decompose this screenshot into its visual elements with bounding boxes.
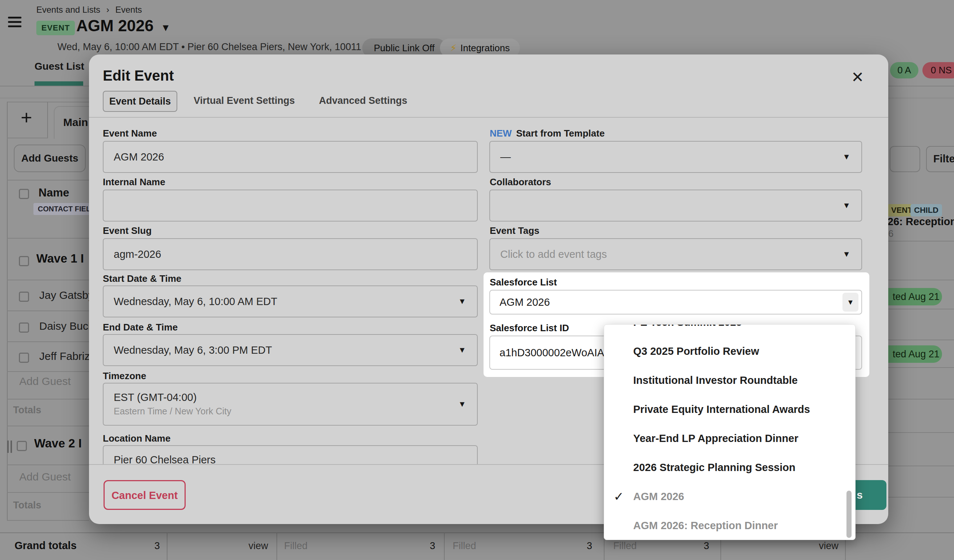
- guest-row[interactable]: Jay Gatsby: [39, 289, 89, 302]
- title-caret-icon[interactable]: ▾: [163, 20, 168, 34]
- row-divider: [7, 465, 89, 465]
- dropdown-option[interactable]: 2026 Strategic Planning Session: [604, 453, 855, 482]
- collaborators-label: Collaborators: [490, 176, 551, 188]
- event-slug-value: agm-2026: [114, 248, 161, 260]
- dropdown-option[interactable]: Private Equity International Awards: [604, 395, 855, 424]
- template-select[interactable]: — ▼: [489, 141, 862, 173]
- row-divider: [7, 180, 89, 180]
- wave2-header: Wave 2 I: [34, 437, 89, 450]
- tab-main-label: Main T: [63, 116, 93, 129]
- status-pill: ted Aug 21: [887, 288, 942, 305]
- event-slug-input[interactable]: agm-2026: [103, 238, 478, 270]
- wave1-header: Wave 1 I: [36, 252, 89, 266]
- right-row-divider: [888, 399, 954, 400]
- right-row-divider: [888, 309, 954, 310]
- template-label: NEWStart from Template: [490, 128, 605, 139]
- salesforce-list-select[interactable]: AGM 2026 ▼: [489, 290, 862, 314]
- tab-guest-list[interactable]: Guest List: [34, 61, 84, 72]
- column-header-name[interactable]: Name: [39, 186, 69, 199]
- chevron-down-icon: ▼: [847, 298, 854, 306]
- location-name-clip: Pier 60 Chelsea Piers: [103, 445, 478, 464]
- row-divider: [7, 426, 89, 426]
- chevron-down-icon: ▼: [458, 297, 466, 306]
- wave2-checkbox[interactable]: [17, 441, 27, 451]
- end-datetime-select[interactable]: Wednesday, May 6, 3:00 PM EDT ▼: [103, 334, 478, 366]
- grand-total-value: 3: [138, 540, 160, 552]
- wave1-checkbox[interactable]: [19, 256, 29, 266]
- dropdown-scrollbar-thumb[interactable]: [846, 491, 851, 538]
- right-row-divider: [888, 339, 954, 340]
- internal-name-input[interactable]: [103, 190, 478, 221]
- dropdown-option[interactable]: AGM 2026: Reception Dinner: [604, 511, 855, 540]
- salesforce-list-id-value: a1hD3000002eWoAIAU: [499, 347, 612, 359]
- guest-row-checkbox[interactable]: [19, 322, 29, 333]
- tab-virtual-event-settings[interactable]: Virtual Event Settings: [193, 95, 295, 106]
- totals-row: Totals: [13, 500, 41, 511]
- salesforce-list-caret-button[interactable]: ▼: [842, 293, 859, 312]
- row-divider: [7, 371, 89, 372]
- right-row-divider: [888, 241, 954, 241]
- event-subtitle: Wed, May 6, 10:00 AM EDT • Pier 60 Chels…: [58, 41, 361, 53]
- tab-advanced-settings[interactable]: Advanced Settings: [319, 95, 407, 106]
- save-button-label: s: [857, 489, 863, 501]
- select-all-checkbox[interactable]: [19, 189, 29, 199]
- add-guest-row[interactable]: Add Guest: [19, 375, 71, 387]
- filter-button-label: Filte: [933, 153, 954, 165]
- filled-label: Filled: [453, 540, 476, 552]
- view-link[interactable]: view: [203, 540, 268, 552]
- tab-event-details[interactable]: Event Details: [103, 91, 177, 112]
- event-tags-select[interactable]: Click to add event tags ▼: [489, 238, 862, 270]
- cutoff-control[interactable]: [890, 146, 920, 172]
- filled-label: Filled: [284, 540, 308, 552]
- location-name-input[interactable]: Pier 60 Chelsea Piers: [103, 445, 478, 464]
- event-tags-placeholder: Click to add event tags: [500, 248, 607, 260]
- add-guests-button[interactable]: Add Guests: [14, 145, 86, 172]
- dropdown-option[interactable]: Year-End LP Appreciation Dinner: [604, 424, 855, 453]
- view-link[interactable]: view: [770, 540, 839, 552]
- dropdown-option[interactable]: Institutional Investor Roundtable: [604, 366, 855, 395]
- breadcrumb[interactable]: Events and Lists › Events: [36, 5, 142, 15]
- plus-cell-border: [47, 102, 48, 138]
- collaborators-select[interactable]: ▼: [489, 190, 862, 221]
- add-guest-row[interactable]: Add Guest: [19, 471, 71, 483]
- dropdown-option[interactable]: PE Tech Summit 2025: [604, 324, 855, 337]
- timezone-select[interactable]: EST (GMT-04:00) Eastern Time / New York …: [103, 383, 478, 426]
- start-datetime-select[interactable]: Wednesday, May 6, 10:00 AM EDT ▼: [103, 285, 478, 317]
- app-screenshot: Events and Lists › Events EVENT AGM 2026…: [0, 0, 954, 560]
- dropdown-option-selected[interactable]: ✓AGM 2026: [604, 482, 855, 511]
- filter-button[interactable]: Filte: [926, 146, 954, 172]
- tab-main[interactable]: Main T: [54, 106, 94, 139]
- salesforce-list-dropdown: PE Tech Summit 2025 Q3 2025 Portfolio Re…: [604, 324, 856, 540]
- active-tab-underline: [34, 81, 83, 86]
- new-badge: NEW: [490, 128, 512, 139]
- plus-cell-bottom: [7, 138, 48, 138]
- add-tab-button[interactable]: +: [21, 106, 32, 129]
- chevron-down-icon: ▼: [458, 400, 466, 409]
- chevron-down-icon: ▼: [842, 249, 851, 259]
- event-type-badge: EVENT: [36, 21, 75, 35]
- breadcrumb-root[interactable]: Events and Lists: [36, 5, 100, 14]
- grand-cell-border: [276, 532, 277, 560]
- event-name-input[interactable]: AGM 2026: [103, 141, 478, 173]
- grand-cell-border: [444, 532, 445, 560]
- child-badge: CHILD: [910, 204, 942, 216]
- drag-handle-icon[interactable]: [7, 440, 12, 454]
- breadcrumb-current[interactable]: Events: [115, 5, 142, 14]
- guest-row[interactable]: Jeff Fabriz: [39, 350, 89, 362]
- guest-row-checkbox[interactable]: [19, 292, 29, 302]
- end-datetime-value: Wednesday, May 6, 3:00 PM EDT: [114, 344, 272, 356]
- dropdown-option[interactable]: Q3 2025 Portfolio Review: [604, 337, 855, 366]
- check-icon: ✓: [614, 482, 624, 511]
- status-pill: ted Aug 21: [887, 345, 942, 363]
- lightning-icon: ⚡: [450, 42, 457, 53]
- hamburger-menu-icon[interactable]: [8, 17, 22, 27]
- table-top-border: [7, 102, 89, 103]
- guest-row-checkbox[interactable]: [19, 353, 29, 363]
- cancel-event-button[interactable]: Cancel Event: [103, 480, 186, 510]
- close-icon[interactable]: ✕: [851, 68, 864, 86]
- guest-row[interactable]: Daisy Buch: [39, 320, 89, 332]
- filled-value: 3: [567, 540, 592, 552]
- breadcrumb-separator-icon: ›: [106, 5, 109, 14]
- integrations-label: Integrations: [460, 42, 510, 53]
- child-event-title[interactable]: 26: Reception Di: [887, 216, 954, 228]
